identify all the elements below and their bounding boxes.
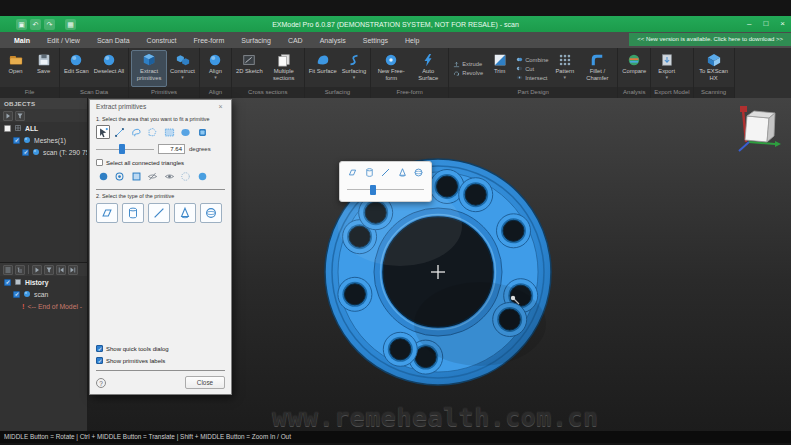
primitive-line-button[interactable] xyxy=(148,203,170,223)
ribbon-edit-scan-button[interactable]: Edit Scan xyxy=(62,50,91,87)
menu-tab-help[interactable]: Help xyxy=(405,37,419,44)
history-checkbox[interactable] xyxy=(4,279,11,286)
quick-tools-slider-track xyxy=(347,189,424,190)
ribbon-extract-primitives-button[interactable]: Extract primitives xyxy=(131,50,167,87)
ribbon-open-button[interactable]: Open xyxy=(2,50,29,87)
ribbon-2d-sketch-button[interactable]: 2D Sketch xyxy=(234,50,265,87)
minimize-button[interactable]: – xyxy=(747,16,751,32)
maximize-button[interactable]: □ xyxy=(763,16,768,32)
tree-row-scan[interactable]: scan xyxy=(0,288,87,300)
ribbon-extrude-button[interactable]: Extrude xyxy=(453,61,483,68)
show-labels-row[interactable]: Show primitives labels xyxy=(96,357,225,364)
help-button[interactable]: ? xyxy=(96,378,106,388)
tree-row-scan-t-290-751[interactable]: scan (T: 290 751 xyxy=(0,146,87,158)
ribbon-multiple-sections-button[interactable]: Multiple sections xyxy=(266,50,302,87)
tool-sel-fill[interactable] xyxy=(96,169,110,183)
item-checkbox[interactable] xyxy=(22,149,29,156)
tool-eye-off[interactable] xyxy=(146,169,160,183)
ribbon-trim-button[interactable]: Trim xyxy=(486,50,513,87)
menu-tab-cad[interactable]: CAD xyxy=(288,37,303,44)
quick-tool-plane-button[interactable] xyxy=(347,167,358,178)
ribbon-combine-button[interactable]: Combine xyxy=(516,56,548,63)
ribbon-intersect-button[interactable]: Intersect xyxy=(516,74,548,81)
history-list-button[interactable] xyxy=(3,265,13,275)
dialog-title: Extract primitives xyxy=(96,103,146,110)
angle-slider-handle[interactable] xyxy=(119,144,125,154)
item-checkbox[interactable] xyxy=(13,137,20,144)
ribbon-to-exscan-hx-button[interactable]: To EXScan HX xyxy=(696,50,732,87)
menu-tab-analysis[interactable]: Analysis xyxy=(320,37,346,44)
objects-filter-button[interactable] xyxy=(15,111,25,121)
ribbon-save-button[interactable]: Save xyxy=(30,50,57,87)
ribbon-construct-button[interactable]: Construct▾ xyxy=(168,50,197,87)
item-checkbox[interactable] xyxy=(13,291,20,298)
ribbon-surfacing-button[interactable]: Surfacing▾ xyxy=(340,50,369,87)
tool-pick-brush[interactable] xyxy=(195,125,209,139)
primitive-plane-button[interactable] xyxy=(96,203,118,223)
ribbon-revolve-button[interactable]: Revolve xyxy=(453,70,483,77)
all-checkbox[interactable] xyxy=(4,125,11,132)
ribbon-auto-surface-button[interactable]: Auto Surface xyxy=(410,50,446,87)
angle-slider[interactable] xyxy=(96,144,154,154)
quick-tool-sphere-button[interactable] xyxy=(413,167,424,178)
history-tree-button[interactable] xyxy=(15,265,25,275)
tool-sel-ring[interactable] xyxy=(113,169,127,183)
show-labels-checkbox[interactable] xyxy=(96,357,103,364)
show-quick-tools-row[interactable]: Show quick tools dialog xyxy=(96,345,225,352)
quick-tools-dialog[interactable] xyxy=(339,161,432,202)
primitive-type-buttons xyxy=(96,203,225,223)
menu-tab-construct[interactable]: Construct xyxy=(147,37,177,44)
close-button-dialog[interactable]: Close xyxy=(185,376,225,389)
navigation-triad[interactable] xyxy=(729,102,785,158)
quick-tool-cone-button[interactable] xyxy=(397,167,408,178)
tool-pick-cursor[interactable] xyxy=(96,125,110,139)
close-button[interactable]: × xyxy=(780,16,785,32)
ribbon-export-button[interactable]: Export▾ xyxy=(653,50,680,87)
ribbon-fit-surface-button[interactable]: Fit Surface xyxy=(307,50,339,87)
history-skip-start-button[interactable] xyxy=(56,265,66,275)
ribbon-pattern-button[interactable]: Pattern▾ xyxy=(551,50,578,87)
tree-row-all[interactable]: ALL xyxy=(0,122,87,134)
tool-pick-ellipse[interactable] xyxy=(179,125,193,139)
menu-tab-surfacing[interactable]: Surfacing xyxy=(241,37,271,44)
primitive-cylinder-button[interactable] xyxy=(122,203,144,223)
ribbon-deselect-all-button[interactable]: Deselect All xyxy=(92,50,126,87)
ribbon-cut-button[interactable]: Cut xyxy=(516,65,548,72)
tool-sel-mesh[interactable] xyxy=(179,169,193,183)
history-filter-button[interactable] xyxy=(44,265,54,275)
primitive-cone-button[interactable] xyxy=(174,203,196,223)
menu-tab-settings[interactable]: Settings xyxy=(363,37,388,44)
angle-value-input[interactable]: 7.64 xyxy=(158,144,185,154)
menu-tab-free-form[interactable]: Free-form xyxy=(194,37,225,44)
quick-tool-line-button[interactable] xyxy=(380,167,391,178)
menu-tab-scan-data[interactable]: Scan Data xyxy=(97,37,130,44)
menu-tab-edit-view[interactable]: Edit / View xyxy=(47,37,80,44)
dialog-title-bar[interactable]: Extract primitives × xyxy=(96,100,225,113)
history-play-button[interactable] xyxy=(32,265,42,275)
tool-pick-lasso[interactable] xyxy=(129,125,143,139)
connected-triangles-checkbox[interactable] xyxy=(96,159,103,166)
tool-pick-rect[interactable] xyxy=(162,125,176,139)
menu-tab-main[interactable]: Main xyxy=(14,37,30,44)
tool-pick-poly[interactable] xyxy=(146,125,160,139)
tree-row-meshes-1[interactable]: Meshes(1) xyxy=(0,134,87,146)
ribbon-compare-button[interactable]: Compare xyxy=(620,50,648,87)
ribbon-align-button[interactable]: Align▾ xyxy=(202,50,229,87)
show-quick-tools-checkbox[interactable] xyxy=(96,345,103,352)
dialog-close-icon[interactable]: × xyxy=(216,103,225,110)
ribbon-new-free-form-button[interactable]: New Free-form xyxy=(373,50,409,87)
tool-eye[interactable] xyxy=(162,169,176,183)
tool-sel-flat[interactable] xyxy=(195,169,209,183)
objects-play-button[interactable] xyxy=(3,111,13,121)
history-skip-end-button[interactable] xyxy=(68,265,78,275)
quick-tools-slider[interactable] xyxy=(347,185,424,195)
primitive-sphere-button[interactable] xyxy=(200,203,222,223)
tool-sel-square[interactable] xyxy=(129,169,143,183)
connected-triangles-row[interactable]: Select all connected triangles xyxy=(96,159,225,166)
ribbon-fillet-chamfer-button[interactable]: Fillet / Chamfer xyxy=(579,50,615,87)
update-notification[interactable]: << New version is available. Click here … xyxy=(629,33,791,46)
quick-tools-slider-handle[interactable] xyxy=(370,185,376,195)
quick-tool-cylinder-button[interactable] xyxy=(364,167,375,178)
tool-pick-line[interactable] xyxy=(113,125,127,139)
tree-row-history[interactable]: History xyxy=(0,276,87,288)
